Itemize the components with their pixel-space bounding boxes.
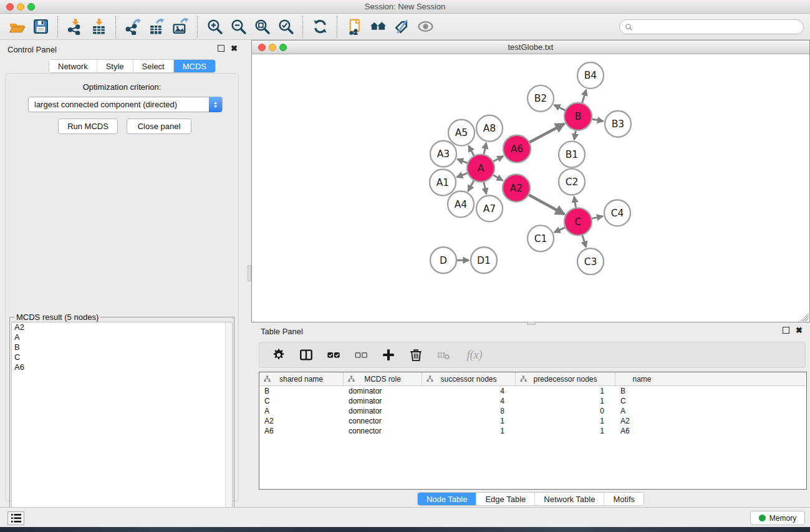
cell[interactable]: 0 [516, 407, 615, 415]
column-header-MCDS-role[interactable]: MCDS role [344, 372, 422, 385]
task-history-button[interactable] [7, 511, 24, 525]
hide-labels-button[interactable] [390, 16, 413, 37]
select-all-button[interactable] [324, 346, 343, 364]
zoom-in-button[interactable] [203, 16, 226, 37]
cell[interactable]: dominator [344, 407, 422, 415]
edge-A-A4[interactable] [468, 181, 474, 191]
show-graphics-details-button[interactable] [413, 16, 437, 37]
vertical-splitter-grip[interactable] [248, 265, 251, 281]
memory-button[interactable]: Memory [750, 511, 805, 525]
edge-A-A2[interactable] [493, 175, 503, 180]
add-column-button[interactable] [379, 346, 398, 364]
result-item[interactable]: A6 [12, 362, 232, 372]
cell[interactable]: 8 [422, 407, 516, 415]
edge-A-A7[interactable] [484, 182, 486, 194]
network-canvas[interactable]: B4B2BB3A8A5A6A3B1AA1C2A2A4A7C4CC1C3DD1 [252, 55, 809, 322]
cell[interactable]: A6 [615, 427, 668, 435]
column-header-name[interactable]: name [615, 372, 668, 385]
cell[interactable]: C [615, 397, 668, 405]
export-table-button[interactable] [145, 16, 168, 37]
edge-A-A1[interactable] [456, 173, 467, 177]
result-scrollbar[interactable] [225, 322, 232, 528]
table-row[interactable]: Bdominator41B [259, 386, 806, 396]
tab-edge-table[interactable]: Edge Table [476, 493, 535, 505]
cell[interactable]: 1 [516, 397, 615, 405]
float-panel-icon[interactable] [218, 45, 224, 52]
edge-C-C3[interactable] [582, 235, 586, 247]
close-panel-icon[interactable]: ✖ [231, 45, 238, 52]
cell[interactable]: C [259, 397, 344, 405]
run-mcds-button[interactable]: Run MCDS [58, 118, 118, 134]
import-table-button[interactable] [87, 16, 110, 37]
close-panel-button[interactable]: Close panel [127, 118, 191, 134]
edge-C-C2[interactable] [574, 196, 576, 208]
tab-node-table[interactable]: Node Table [418, 493, 477, 505]
cell[interactable]: 4 [422, 387, 516, 395]
edge-B-B4[interactable] [582, 90, 586, 103]
column-header-predecessor-nodes[interactable]: predecessor nodes [516, 372, 615, 385]
open-file-button[interactable] [5, 16, 29, 37]
cell[interactable]: dominator [344, 387, 422, 395]
edge-B-B1[interactable] [574, 130, 576, 140]
zoom-selected-button[interactable] [274, 16, 297, 37]
tab-network[interactable]: Network [49, 60, 97, 72]
edge-B-B2[interactable] [554, 105, 566, 110]
refresh-button[interactable] [308, 16, 332, 37]
search-box[interactable] [619, 19, 804, 34]
mcds-result-list[interactable]: A2ABCA6 [11, 322, 233, 528]
search-input[interactable] [636, 21, 803, 32]
cell[interactable]: 1 [422, 427, 516, 435]
table-row[interactable]: Adominator80A [259, 406, 806, 416]
result-item[interactable]: A2 [12, 322, 232, 332]
first-neighbors-button[interactable] [366, 16, 390, 37]
cell[interactable]: A [615, 407, 668, 415]
edge-A-A6[interactable] [493, 156, 503, 161]
tab-style[interactable]: Style [97, 60, 133, 72]
column-header-successor-nodes[interactable]: successor nodes [422, 372, 516, 385]
cell[interactable]: 1 [516, 427, 615, 435]
cell[interactable]: 1 [516, 417, 615, 425]
cell[interactable]: A2 [615, 417, 668, 425]
deselect-all-button[interactable] [352, 346, 370, 364]
result-item[interactable]: A [12, 332, 232, 342]
split-columns-button[interactable] [297, 346, 316, 364]
result-item[interactable]: B [12, 342, 232, 352]
cell[interactable]: B [259, 387, 344, 395]
cell[interactable]: connector [344, 427, 422, 435]
edge-A2-C[interactable] [529, 195, 564, 214]
tab-motifs[interactable]: Motifs [604, 493, 644, 505]
edge-A6-B[interactable] [529, 123, 564, 142]
table-row[interactable]: A2connector11A2 [259, 416, 806, 426]
delete-column-button[interactable] [407, 346, 425, 364]
edge-B-B3[interactable] [592, 119, 604, 121]
save-session-button[interactable] [29, 16, 52, 37]
tab-network-table[interactable]: Network Table [535, 493, 604, 505]
cell[interactable]: B [615, 387, 668, 395]
dropdown-stepper-icon[interactable]: ▲▼ [209, 97, 222, 112]
result-item[interactable]: C [12, 352, 232, 362]
edge-A-A3[interactable] [457, 159, 467, 163]
float-table-panel-icon[interactable] [783, 327, 789, 334]
edge-C-C1[interactable] [554, 228, 565, 233]
zoom-fit-button[interactable] [250, 16, 274, 37]
zoom-out-button[interactable] [226, 16, 250, 37]
export-network-button[interactable] [121, 16, 145, 37]
cell[interactable]: dominator [344, 397, 422, 405]
cell[interactable]: 4 [422, 397, 516, 405]
edge-A-A8[interactable] [484, 143, 486, 154]
settings-gear-button[interactable] [269, 346, 288, 364]
network-window-titlebar[interactable]: testGlobe.txt [252, 41, 809, 54]
tab-select[interactable]: Select [133, 60, 174, 72]
table-row[interactable]: A6connector11A6 [259, 426, 806, 436]
tab-mcds[interactable]: MCDS [174, 60, 215, 72]
edge-A-A5[interactable] [468, 146, 474, 156]
cell[interactable]: connector [344, 417, 422, 425]
edge-C-C4[interactable] [592, 216, 602, 219]
cell[interactable]: A6 [259, 427, 344, 435]
column-header-shared-name[interactable]: shared name [259, 372, 344, 385]
import-network-button[interactable] [63, 16, 87, 37]
clone-network-button[interactable] [342, 16, 366, 37]
resize-grip[interactable] [800, 312, 809, 321]
cell[interactable]: 1 [516, 387, 615, 395]
criterion-dropdown[interactable]: largest connected component (directed) ▲… [28, 97, 223, 112]
